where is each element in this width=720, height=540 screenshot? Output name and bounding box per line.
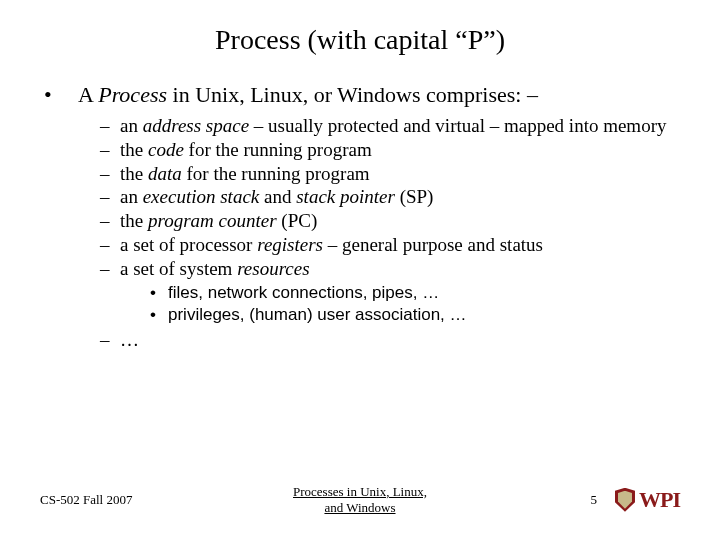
main-bullet-text: A Process in Unix, Linux, or Windows com… xyxy=(78,82,538,108)
sub-list: –an address space – usually protected an… xyxy=(100,114,680,280)
slide-title: Process (with capital “P”) xyxy=(40,24,680,56)
footer-center: Processes in Unix, Linux,and Windows xyxy=(253,484,466,517)
sub-item: –the code for the running program xyxy=(100,138,680,162)
footer-left: CS-502 Fall 2007 xyxy=(40,492,253,508)
sub-item: –the data for the running program xyxy=(100,162,680,186)
ellipsis-item: –… xyxy=(100,329,680,351)
wpi-text: WPI xyxy=(639,487,680,513)
main-bullet: • A Process in Unix, Linux, or Windows c… xyxy=(44,82,680,108)
sub-sub-list: •files, network connections, pipes, …•pr… xyxy=(150,282,680,325)
sub-item: –an execution stack and stack pointer (S… xyxy=(100,185,680,209)
page-number: 5 xyxy=(590,492,597,508)
footer: CS-502 Fall 2007 Processes in Unix, Linu… xyxy=(40,484,680,517)
footer-right: 5 WPI xyxy=(467,487,680,513)
sub-item: –an address space – usually protected an… xyxy=(100,114,680,138)
wpi-logo: WPI xyxy=(615,487,680,513)
sub-sub-item: •privileges, (human) user association, … xyxy=(150,304,680,325)
sub-item: –the program counter (PC) xyxy=(100,209,680,233)
bullet-dot: • xyxy=(44,82,78,108)
sub-item: –a set of processor registers – general … xyxy=(100,233,680,257)
sub-sub-item: •files, network connections, pipes, … xyxy=(150,282,680,303)
sub-item: –a set of system resources xyxy=(100,257,680,281)
shield-icon xyxy=(615,488,635,512)
